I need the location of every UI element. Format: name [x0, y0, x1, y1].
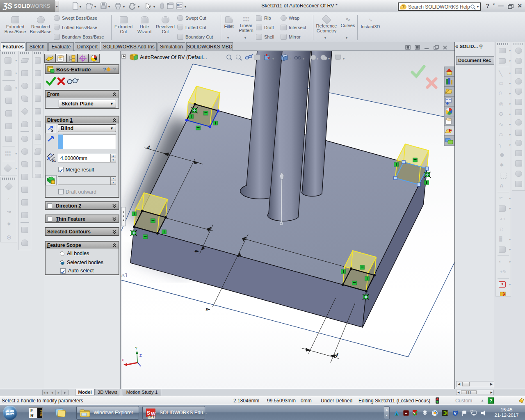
svg-text:2015: 2015: [148, 416, 154, 419]
svg-text:▾: ▾: [272, 57, 274, 61]
svg-text:D1: D1: [52, 159, 56, 162]
svg-text:S: S: [147, 410, 150, 416]
svg-text:▾: ▾: [317, 57, 318, 61]
svg-text:Z: Z: [139, 354, 142, 358]
svg-text:▾: ▾: [153, 5, 155, 9]
svg-text:4: 4: [146, 144, 151, 151]
svg-text:▾: ▾: [94, 5, 96, 9]
svg-text:▾: ▾: [290, 57, 291, 61]
svg-text:▾: ▾: [303, 57, 304, 61]
svg-text:▾: ▾: [185, 5, 186, 9]
svg-text:▾: ▾: [343, 57, 345, 61]
svg-text:4: 4: [204, 306, 211, 312]
svg-text:e3: e3: [121, 272, 127, 278]
svg-text:▾: ▾: [80, 5, 81, 9]
svg-text:▾: ▾: [108, 5, 110, 9]
svg-text:Y: Y: [135, 346, 137, 350]
svg-text:▾: ▾: [138, 5, 139, 9]
svg-text:V: V: [454, 411, 457, 415]
svg-text:AutoRecover Of RV (Defaul...: AutoRecover Of RV (Defaul...: [140, 55, 207, 60]
svg-text:▾: ▾: [123, 5, 125, 9]
svg-text:X: X: [121, 358, 124, 362]
svg-text:▾: ▾: [328, 57, 330, 61]
